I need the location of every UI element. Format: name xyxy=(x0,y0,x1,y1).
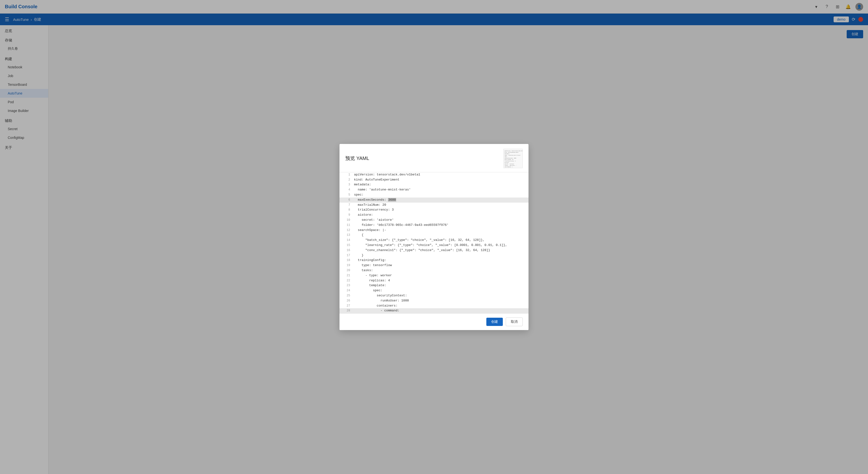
modal-footer: 创建 取消 xyxy=(340,313,528,330)
line-number: 25 xyxy=(341,293,350,298)
line-number: 15 xyxy=(341,243,350,248)
code-line-27: 27 containers: xyxy=(340,304,528,309)
line-content: template: xyxy=(354,283,527,288)
line-number: 6 xyxy=(341,198,350,202)
svg-text:secret: 'aistore': secret: 'aistore' xyxy=(504,163,515,164)
code-line-25: 25 securityContext: xyxy=(340,293,528,298)
line-number: 8 xyxy=(341,208,350,212)
code-line-6: 6 maxExecSeconds: 3600 xyxy=(340,197,528,202)
line-number: 18 xyxy=(341,258,350,263)
line-number: 17 xyxy=(341,253,350,258)
svg-text:name: 'autotune-mnist-keras': name: 'autotune-mnist-keras' xyxy=(504,155,521,156)
svg-text:aistore:: aistore: xyxy=(504,162,509,163)
code-line-28: 28 - command: xyxy=(340,308,528,313)
code-line-20: 20 tasks: xyxy=(340,268,528,273)
svg-text:kind: AutoTuneExperiment: kind: AutoTuneExperiment xyxy=(504,152,519,153)
line-number: 7 xyxy=(341,203,350,208)
modal-create-button[interactable]: 创建 xyxy=(486,318,503,326)
svg-text:trialConcurrency: 3: trialConcurrency: 3 xyxy=(504,160,516,162)
code-line-23: 23 template: xyxy=(340,283,528,288)
line-number: 13 xyxy=(341,233,350,238)
modal-overlay: 预览 YAML apiVersion: tensorstack.dev/v1be… xyxy=(0,0,868,474)
code-line-14: 14 "batch_size": {"_type": "choice", "_v… xyxy=(340,238,528,243)
line-content: replicas: 4 xyxy=(354,278,527,283)
code-line-15: 15 "learning_rate": {"_type": "choice", … xyxy=(340,243,528,248)
line-content: } xyxy=(354,253,527,258)
modal-title: 预览 YAML xyxy=(345,155,369,162)
code-line-8: 8 trialConcurrency: 3 xyxy=(340,208,528,213)
line-content: - command: xyxy=(354,308,527,313)
svg-text:metadata:: metadata: xyxy=(504,153,510,154)
line-content: { xyxy=(354,233,527,238)
svg-text:folder: 'b6c17378...': folder: 'b6c17378...' xyxy=(504,165,517,166)
preview-thumbnail: apiVersion: tensorstack.dev/v1beta1 kind… xyxy=(503,149,523,168)
line-content: "batch_size": {"_type": "choice", "_valu… xyxy=(354,238,527,243)
line-number: 26 xyxy=(341,298,350,303)
line-content: maxExecSeconds: 3600 xyxy=(354,197,527,202)
line-content: searchSpace: |- xyxy=(354,228,527,233)
line-number: 10 xyxy=(341,218,350,222)
code-editor[interactable]: 1apiVersion: tensorstack.dev/v1beta12kin… xyxy=(340,172,528,313)
line-content: containers: xyxy=(354,304,527,309)
line-content: "learning_rate": {"_type": "choice", "_v… xyxy=(354,243,527,248)
line-content: type: tensorflow xyxy=(354,263,527,268)
line-number: 14 xyxy=(341,238,350,243)
line-content: apiVersion: tensorstack.dev/v1beta1 xyxy=(354,172,527,178)
modal-body: 1apiVersion: tensorstack.dev/v1beta12kin… xyxy=(340,172,528,313)
line-content: trainingConfig: xyxy=(354,258,527,263)
code-line-5: 5spec: xyxy=(340,192,528,197)
line-number: 3 xyxy=(341,183,350,187)
code-line-3: 3metadata: xyxy=(340,182,528,187)
svg-text:spec:: spec: xyxy=(504,156,507,157)
line-content: aistore: xyxy=(354,213,527,218)
line-content: trialConcurrency: 3 xyxy=(354,208,527,213)
line-number: 28 xyxy=(341,309,350,313)
code-line-19: 19 type: tensorflow xyxy=(340,263,528,268)
svg-text:searchSpace: |-: searchSpace: |- xyxy=(504,166,513,167)
line-content: spec: xyxy=(354,192,527,197)
line-number: 20 xyxy=(341,268,350,273)
line-content: spec: xyxy=(354,288,527,293)
code-line-13: 13 { xyxy=(340,233,528,238)
line-number: 16 xyxy=(341,248,350,253)
line-content: - type: worker xyxy=(354,273,527,278)
line-content: "conv_channels1": {"_type": "choice", "_… xyxy=(354,248,527,253)
line-number: 4 xyxy=(341,188,350,192)
line-number: 24 xyxy=(341,288,350,293)
line-content: secret: 'aistore' xyxy=(354,218,527,223)
line-content: tasks: xyxy=(354,268,527,273)
line-number: 12 xyxy=(341,228,350,233)
code-line-24: 24 spec: xyxy=(340,288,528,293)
svg-text:maxExecSeconds: 3600: maxExecSeconds: 3600 xyxy=(504,158,517,159)
code-line-7: 7 maxTrialNum: 20 xyxy=(340,202,528,208)
line-content: metadata: xyxy=(354,182,527,187)
code-line-11: 11 folder: 'b6c17378-965c-4467-9a43-eed6… xyxy=(340,223,528,228)
line-number: 9 xyxy=(341,213,350,217)
code-line-2: 2kind: AutoTuneExperiment xyxy=(340,178,528,183)
svg-text:apiVersion: tensorstack.dev/v1: apiVersion: tensorstack.dev/v1beta1 xyxy=(504,150,522,152)
line-number: 1 xyxy=(341,172,350,177)
code-line-22: 22 replicas: 4 xyxy=(340,278,528,283)
code-line-10: 10 secret: 'aistore' xyxy=(340,218,528,223)
line-number: 21 xyxy=(341,273,350,278)
line-content: kind: AutoTuneExperiment xyxy=(354,178,527,183)
line-number: 22 xyxy=(341,279,350,283)
line-content: runAsUser: 1000 xyxy=(354,298,527,304)
line-number: 2 xyxy=(341,178,350,182)
modal-cancel-button[interactable]: 取消 xyxy=(506,317,523,326)
line-number: 27 xyxy=(341,304,350,308)
line-number: 11 xyxy=(341,223,350,227)
line-number: 5 xyxy=(341,193,350,197)
modal-header: 预览 YAML apiVersion: tensorstack.dev/v1be… xyxy=(340,144,528,172)
line-content: folder: 'b6c17378-965c-4467-9a43-eed6559… xyxy=(354,223,527,228)
modal: 预览 YAML apiVersion: tensorstack.dev/v1be… xyxy=(340,144,528,330)
line-content: name: 'autotune-mnist-keras' xyxy=(354,187,527,192)
code-line-17: 17 } xyxy=(340,253,528,258)
code-line-26: 26 runAsUser: 1000 xyxy=(340,298,528,304)
line-number: 19 xyxy=(341,263,350,268)
code-line-1: 1apiVersion: tensorstack.dev/v1beta1 xyxy=(340,172,528,178)
svg-text:maxTrialNum: 20: maxTrialNum: 20 xyxy=(504,159,514,160)
line-content: maxTrialNum: 20 xyxy=(354,202,527,208)
code-line-4: 4 name: 'autotune-mnist-keras' xyxy=(340,187,528,192)
code-line-18: 18 trainingConfig: xyxy=(340,258,528,263)
